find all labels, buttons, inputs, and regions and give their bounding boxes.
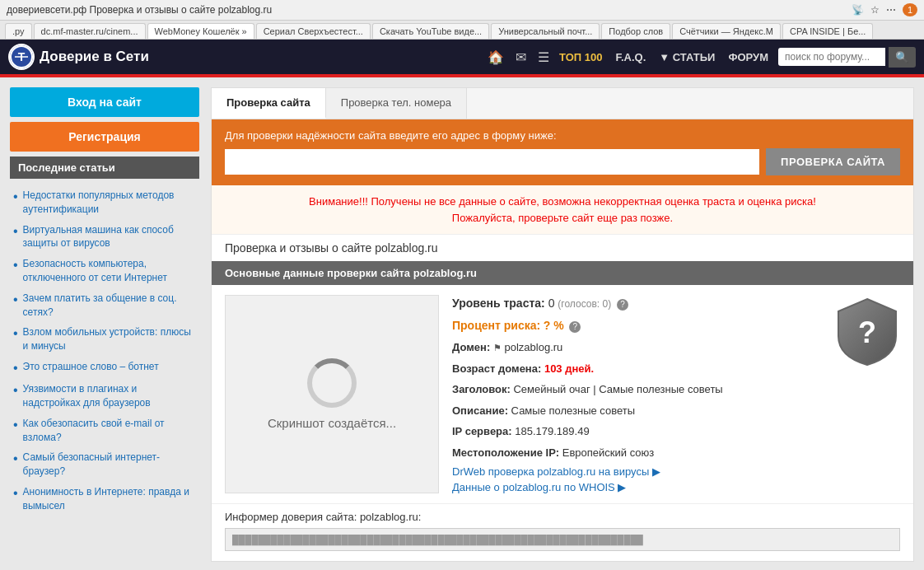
browser-star-icon[interactable]: ☆ [870, 4, 880, 16]
nav-logo-text: Доверие в Сети [40, 49, 149, 65]
register-button[interactable]: Регистрация [10, 122, 199, 152]
article-link-0[interactable]: Недостатки популярных методов аутентифик… [23, 189, 196, 217]
browser-bar: довериевсети.рф Проверка и отзывы о сайт… [0, 0, 924, 21]
browser-tab-0[interactable]: .ру [5, 23, 32, 39]
article-link-8[interactable]: Самый безопасный интернет-браузер? [23, 451, 196, 479]
check-form-label: Для проверки надёжности сайта введите ег… [225, 129, 900, 142]
browser-tab-2[interactable]: WebMoney Кошелёк » [147, 23, 254, 39]
trust-shield-container: ? [834, 295, 900, 371]
search-input[interactable] [778, 48, 885, 66]
informer-section: Информер доверия сайта: polzablog.ru: ██… [212, 503, 913, 561]
mail-icon[interactable]: ✉ [516, 49, 526, 65]
tab-check-phone[interactable]: Проверка тел. номера [326, 88, 467, 119]
article-link-1[interactable]: Виртуальная машина как способ защиты от … [23, 223, 196, 251]
age-value: 103 дней. [544, 362, 594, 375]
list-item: • Самый безопасный интернет-браузер? [10, 449, 199, 480]
article-link-7[interactable]: Как обезопасить свой e-mail от взлома? [23, 417, 196, 445]
trust-label: Уровень траста: [452, 297, 545, 310]
article-link-5[interactable]: Это страшное слово – ботнет [23, 360, 159, 374]
list-item: • Недостатки популярных методов аутентиф… [10, 187, 199, 218]
main-container: Вход на сайт Регистрация Последние стать… [0, 77, 924, 570]
browser-tab-1[interactable]: dc.mf-master.ru/cinem... [34, 23, 146, 39]
risk-label: Процент риска: [452, 319, 540, 332]
risk-help-icon[interactable]: ? [569, 321, 581, 333]
domain-row: Домен: ⚑ polzablog.ru [452, 339, 723, 356]
browser-tab-4[interactable]: Скачать YouTube виде... [372, 23, 489, 39]
tab-check-site[interactable]: Проверка сайта [212, 88, 326, 119]
nav-links: ТОП 100 F.A.Q. ▼ СТАТЬИ ФОРУМ [559, 51, 768, 63]
bullet-icon: • [13, 417, 18, 432]
tabs-bar: Проверка сайта Проверка тел. номера [212, 88, 913, 119]
loading-text: Скриншот создаётся... [268, 416, 396, 430]
site-title-value: Семейный очаг | Самые полезные советы [513, 383, 722, 395]
article-link-2[interactable]: Безопасность компьютера, отключенного от… [23, 257, 196, 285]
whois-link[interactable]: Данные о polzablog.ru по WHOIS ▶ [452, 481, 723, 493]
bullet-icon: • [13, 325, 18, 341]
ip-row: IP сервера: 185.179.189.49 [452, 423, 723, 440]
sidebar-articles: • Недостатки популярных методов аутентиф… [10, 184, 199, 518]
list-item: • Зачем платить за общение в соц. сетях? [10, 290, 199, 321]
risk-value: ? % [544, 319, 564, 332]
description-value: Самые полезные советы [511, 404, 635, 417]
browser-person-icon[interactable]: 1 [903, 3, 917, 16]
article-link-4[interactable]: Взлом мобильных устройств: плюсы и минус… [23, 325, 196, 353]
list-item: • Это страшное слово – ботнет [10, 358, 199, 377]
site-info-main: Уровень траста: 0 (голосов: 0) ? Процент… [452, 295, 723, 493]
search-button[interactable]: 🔍 [889, 47, 916, 68]
browser-tab-6[interactable]: Подбор слов [601, 23, 670, 39]
article-link-3[interactable]: Зачем платить за общение в соц. сетях? [23, 292, 196, 320]
nav-top100[interactable]: ТОП 100 [559, 51, 602, 63]
site-check-input[interactable] [225, 149, 759, 175]
browser-more-icon[interactable]: ⋯ [886, 4, 896, 16]
svg-text:?: ? [858, 315, 876, 349]
risk-row: Процент риска: ? % ? [452, 317, 723, 334]
domain-label: Домен: [452, 341, 490, 353]
list-item: • Анонимность в Интернете: правда и вымы… [10, 484, 199, 515]
browser-tab-8[interactable]: CPA INSIDE | Бе... [782, 23, 873, 39]
nav-logo[interactable]: Т Доверие в Сети [8, 44, 149, 70]
screenshot-loading: Скриншот создаётся... [268, 358, 396, 430]
bullet-icon: • [13, 382, 18, 398]
recent-articles-title: Последние статьи [10, 157, 199, 179]
check-site-button[interactable]: ПРОВЕРКА САЙТА [766, 148, 900, 175]
content-area: Проверка сайта Проверка тел. номера Для … [211, 87, 914, 562]
location-value: Европейский союз [562, 446, 654, 459]
browser-tab-7[interactable]: Счётчики — Яндекс.М [672, 23, 781, 39]
nav-search: 🔍 [778, 47, 916, 68]
login-button[interactable]: Вход на сайт [10, 87, 199, 117]
description-row: Описание: Самые полезные советы [452, 403, 723, 419]
list-item: • Уязвимости в плагинах и надстройках дл… [10, 381, 199, 412]
nav-faq[interactable]: F.A.Q. [615, 51, 646, 63]
bullet-icon: • [13, 257, 18, 273]
nav-articles-dropdown[interactable]: ▼ СТАТЬИ [659, 51, 715, 63]
home-icon[interactable]: 🏠 [488, 49, 504, 65]
site-title-label: Заголовок: [452, 383, 511, 395]
trust-shield-icon: ? [834, 295, 900, 369]
menu-icon[interactable]: ☰ [538, 49, 549, 65]
list-item: • Как обезопасить свой e-mail от взлома? [10, 415, 199, 446]
trust-votes: (голосов: 0) [558, 298, 611, 310]
trust-help-icon[interactable]: ? [617, 299, 628, 311]
result-title: Проверка и отзывы о сайте polzablog.ru [212, 235, 913, 261]
nav-forum[interactable]: ФОРУМ [728, 51, 768, 63]
drweb-link[interactable]: DrWeb проверка polzablog.ru на вирусы ▶ [452, 465, 723, 478]
list-item: • Взлом мобильных устройств: плюсы и мин… [10, 324, 199, 355]
browser-rss-icon: 📡 [852, 4, 864, 16]
warning-line1: Внимание!!! Получены не все данные о сай… [225, 194, 900, 210]
description-label: Описание: [452, 404, 508, 417]
article-link-6[interactable]: Уязвимости в плагинах и надстройках для … [23, 382, 196, 410]
bullet-icon: • [13, 360, 18, 376]
informer-placeholder: ████████████████████████████████████████… [232, 535, 643, 544]
article-link-9[interactable]: Анонимность в Интернете: правда и вымысе… [23, 485, 196, 513]
result-body: Скриншот создаётся... Уровень траста: 0 … [212, 285, 913, 503]
nav-icons: 🏠 ✉ ☰ [488, 49, 549, 65]
age-row: Возраст домена: 103 дней. [452, 361, 723, 377]
browser-url: довериевсети.рф Проверка и отзывы о сайт… [7, 4, 272, 16]
bullet-icon: • [13, 451, 18, 466]
ip-value: 185.179.189.49 [515, 425, 589, 437]
browser-tab-3[interactable]: Сериал Сверхъестест... [256, 23, 371, 39]
loading-spinner [307, 358, 357, 408]
browser-tab-5[interactable]: Универсальный почт... [491, 23, 600, 39]
warning-line2: Пожалуйста, проверьте сайт еще раз позже… [225, 210, 900, 227]
nav-bar: Т Доверие в Сети 🏠 ✉ ☰ ТОП 100 F.A.Q. ▼ … [0, 40, 924, 74]
